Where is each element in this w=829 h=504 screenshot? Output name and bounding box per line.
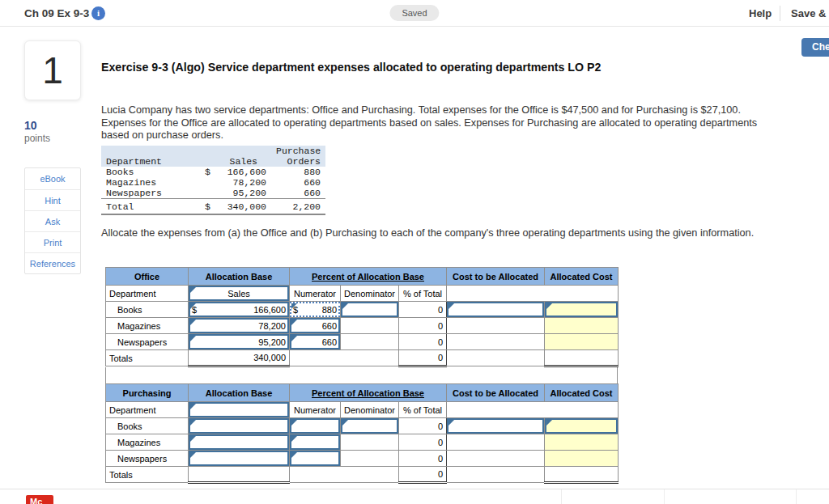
purchasing-newspapers-cost-cell [447, 451, 545, 467]
help-button[interactable]: Help [749, 0, 772, 27]
sidebar-link-ask[interactable]: Ask [25, 210, 80, 231]
cell-marker-icon [291, 436, 297, 442]
office-books-denominator-cell[interactable] [341, 302, 399, 318]
office-books-numerator-cell[interactable]: $880 [290, 302, 341, 318]
purchasing-magazines-base-cell[interactable] [189, 434, 290, 451]
sidebar-link-references[interactable]: References [25, 252, 80, 273]
resource-links: eBook Hint Ask Print References [24, 167, 81, 274]
footer-divider [796, 489, 797, 504]
purchasing-row-newspapers: Newspapers 0 [106, 451, 619, 467]
purchasing-books-denominator-cell[interactable] [341, 418, 399, 434]
purchasing-base-select-cell[interactable] [189, 402, 290, 418]
worksheet-area: Office Allocation Base Percent of Alloca… [105, 267, 619, 484]
office-magazines-allocated-cell[interactable] [545, 318, 619, 334]
office-magazines-numerator-cell[interactable]: 660 [290, 318, 341, 334]
purchasing-row-totals: Totals 0 [106, 467, 619, 483]
office-totals-allocated-cell [545, 350, 619, 366]
purchasing-totals-base-cell [189, 467, 290, 483]
points-label: points [24, 133, 50, 144]
given-row-newspapers: Newspapers 95,200 660 [101, 188, 325, 199]
office-allocated-header: Allocated Cost [545, 268, 619, 286]
cell-marker-icon [449, 303, 454, 309]
purchasing-books-numerator-cell[interactable] [290, 418, 341, 434]
purchasing-magazines-denominator-cell [341, 434, 399, 451]
info-icon[interactable]: i [91, 6, 105, 20]
purchasing-totals-pct-cell: 0 [399, 467, 447, 483]
purchasing-newspapers-numerator-cell[interactable] [290, 451, 341, 467]
save-and-exit-button[interactable]: Save & Exit [791, 0, 829, 27]
purchasing-totals-cost-blank [447, 467, 545, 483]
purchasing-totals-blank [290, 467, 399, 483]
office-row-magazines: Magazines 78,200 660 0 [106, 318, 619, 334]
office-base-select-cell[interactable]: Sales [189, 286, 290, 302]
purchasing-newspapers-allocated-cell[interactable] [545, 451, 619, 467]
office-totals-blank [290, 350, 399, 366]
cell-marker-icon [190, 420, 196, 426]
purchasing-totals-allocated-cell [545, 467, 619, 483]
cell-marker-icon [190, 320, 196, 325]
cell-marker-icon [546, 303, 552, 309]
purchasing-books-base-cell[interactable] [189, 418, 290, 434]
cell-marker-icon [190, 336, 196, 341]
purchasing-newspapers-base-cell[interactable] [189, 451, 290, 467]
question-number-card: 1 [24, 40, 81, 100]
assignment-title: Ch 09 Ex 9-3 [24, 0, 89, 27]
office-newspapers-pct-cell: 0 [399, 334, 447, 350]
office-magazines-pct-cell: 0 [399, 318, 447, 334]
exercise-intro-text: Lucia Company has two service department… [101, 104, 760, 142]
purchasing-magazines-numerator-cell[interactable] [290, 434, 341, 451]
points-value: 10 [24, 119, 37, 132]
office-header-row: Office Allocation Base Percent of Alloca… [106, 268, 619, 286]
exercise-instruction-text: Allocate the expenses from (a) the Offic… [101, 227, 760, 240]
purchasing-newspapers-denominator-cell [341, 451, 399, 467]
purchasing-row-books: Books 0 [106, 418, 619, 434]
office-row-newspapers: Newspapers 95,200 660 0 [106, 334, 619, 350]
purchasing-magazines-allocated-cell[interactable] [545, 434, 619, 451]
office-books-allocated-cell[interactable] [545, 302, 619, 318]
office-newspapers-allocated-cell[interactable] [545, 334, 619, 350]
cell-marker-icon [190, 436, 196, 442]
given-header-department: Department [101, 156, 200, 167]
given-data-table: Purchase Department Sales Orders Books $… [101, 146, 325, 215]
sidebar-link-hint[interactable]: Hint [25, 189, 80, 210]
purchasing-magazines-cost-cell [447, 434, 545, 451]
sidebar-link-print[interactable]: Print [25, 231, 80, 252]
given-header-row-2: Department Sales Orders [101, 156, 325, 167]
worksheet-spacer-row [105, 367, 618, 383]
top-bar: Ch 09 Ex 9-3 i Saved Help Save & Exit [0, 0, 829, 27]
office-newspapers-base-cell[interactable]: 95,200 [189, 334, 290, 350]
office-allocation-base-header: Allocation Base [189, 268, 290, 286]
given-header-orders: Orders [271, 156, 325, 167]
office-cost-header: Cost to be Allocated [447, 268, 545, 286]
office-books-base-cell[interactable]: $166,600 [189, 302, 290, 318]
office-row-books: Books $166,600 $880 0 [106, 302, 619, 318]
cell-marker-icon [342, 420, 348, 426]
check-my-work-button[interactable]: Check my work [801, 38, 829, 57]
purchasing-header-row: Purchasing Allocation Base Percent of Al… [106, 384, 619, 402]
sidebar-link-ebook[interactable]: eBook [25, 168, 80, 189]
cell-marker-icon [291, 420, 297, 426]
office-books-cost-cell[interactable] [447, 302, 545, 318]
purchasing-allocated-header: Allocated Cost [545, 384, 619, 402]
office-corner-header: Office [106, 268, 189, 286]
purchasing-subheader-row: Department Numerator Denominator % of To… [106, 402, 619, 418]
footer-divider [561, 489, 562, 504]
purchasing-percent-header: Percent of Allocation Base [290, 384, 447, 402]
office-newspapers-numerator-cell[interactable]: 660 [290, 334, 341, 350]
purchasing-books-allocated-cell[interactable] [545, 418, 619, 434]
given-row-total: Total $340,000 2,200 [101, 199, 325, 215]
purchasing-books-cost-cell[interactable] [447, 418, 545, 434]
office-newspapers-denominator-cell [341, 334, 399, 350]
cell-marker-icon [291, 452, 297, 458]
page-footer: Mc [0, 489, 829, 504]
cell-marker-icon [190, 404, 196, 409]
purchasing-cost-header: Cost to be Allocated [447, 384, 545, 402]
mcgraw-hill-logo: Mc [26, 495, 53, 504]
office-newspapers-cost-cell [447, 334, 545, 350]
office-allocation-table: Office Allocation Base Percent of Alloca… [105, 267, 619, 367]
cell-marker-icon [291, 336, 297, 341]
office-magazines-denominator-cell [341, 318, 399, 334]
purchasing-magazines-pct-cell: 0 [399, 434, 447, 451]
office-magazines-base-cell[interactable]: 78,200 [189, 318, 290, 334]
given-header-purchase: Purchase [271, 146, 325, 156]
